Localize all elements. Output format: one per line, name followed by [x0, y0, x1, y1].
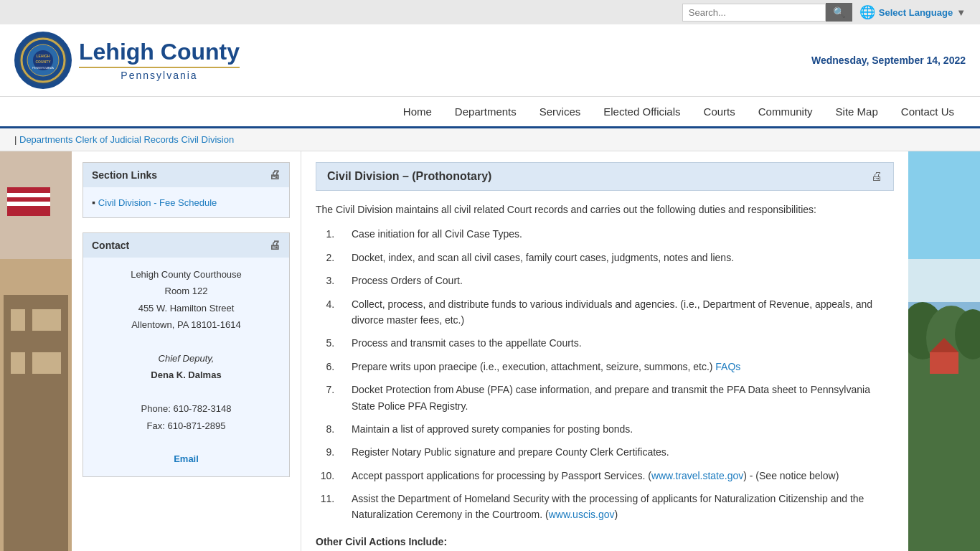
list-item: Register Notary Public signature and pre…	[337, 444, 894, 460]
list-item: Assist the Department of Homeland Securi…	[337, 491, 894, 523]
nav-item-services[interactable]: Services	[528, 97, 593, 126]
svg-rect-16	[32, 352, 47, 374]
svg-rect-25	[908, 259, 980, 302]
section-links-list: Civil Division - Fee Schedule	[92, 194, 281, 210]
svg-rect-14	[47, 309, 61, 331]
other-actions-label: Other Civil Actions Include:	[316, 534, 894, 550]
phone-label: Phone:	[141, 403, 171, 414]
logo-text: Lehigh County Pennsylvania	[79, 39, 240, 80]
svg-rect-11	[4, 295, 68, 551]
section-links-print-icon[interactable]: 🖨	[269, 169, 281, 182]
section-links-body: Civil Division - Fee Schedule	[83, 187, 289, 217]
list-item: Case initiation for all Civil Case Types…	[337, 226, 894, 242]
nav-link-home[interactable]: Home	[392, 97, 443, 126]
right-sidebar-photo	[908, 151, 980, 551]
section-links-box: Section Links 🖨 Civil Division - Fee Sch…	[83, 162, 290, 218]
svg-text:LEHIGH: LEHIGH	[36, 54, 50, 58]
travel-state-link[interactable]: www.travel.state.gov	[651, 470, 743, 481]
search-container: 🔍	[682, 3, 852, 22]
nav-link-services[interactable]: Services	[528, 97, 593, 126]
svg-rect-17	[47, 352, 61, 374]
duty-6-text: Prepare writs upon praecipe (i.e., execu…	[352, 361, 715, 372]
nav-item-contact-us[interactable]: Contact Us	[890, 97, 966, 126]
main-content: Civil Division – (Prothonotary) 🖨 The Ci…	[301, 151, 908, 551]
nav-item-site-map[interactable]: Site Map	[824, 97, 890, 126]
nav-link-elected-officials[interactable]: Elected Officials	[592, 97, 692, 126]
list-item: Process and transmit cases to the appell…	[337, 335, 894, 351]
nav-link-contact-us[interactable]: Contact Us	[890, 97, 966, 126]
logo-seal: LEHIGH COUNTY PENNSYLVANIA	[14, 32, 72, 89]
svg-rect-9	[7, 193, 50, 197]
search-button[interactable]: 🔍	[826, 3, 852, 22]
page-header: LEHIGH COUNTY PENNSYLVANIA Lehigh County…	[0, 24, 980, 97]
section-links-title: Section Links	[92, 169, 157, 181]
nav-item-elected-officials[interactable]: Elected Officials	[592, 97, 692, 126]
seal-inner: LEHIGH COUNTY PENNSYLVANIA	[18, 35, 68, 85]
top-bar: 🔍 🌐 Select Language ▼	[0, 0, 980, 24]
left-panel: Section Links 🖨 Civil Division - Fee Sch…	[72, 151, 301, 551]
contact-box: Contact 🖨 Lehigh County Courthouse Room …	[83, 232, 290, 477]
svg-rect-15	[11, 352, 25, 374]
svg-rect-10	[7, 202, 50, 206]
contact-body: Lehigh County Courthouse Room 122 455 W.…	[83, 258, 289, 476]
section-links-header: Section Links 🖨	[83, 163, 289, 187]
main-nav: Home Departments Services Elected Offici…	[0, 97, 980, 128]
svg-text:COUNTY: COUNTY	[35, 60, 51, 64]
contact-print-icon[interactable]: 🖨	[269, 239, 281, 252]
language-selector[interactable]: 🌐 Select Language ▼	[859, 4, 966, 20]
address-line4: Allentown, PA 18101-1614	[92, 316, 281, 333]
chief-deputy-name: Dena K. Dalmas	[92, 367, 281, 383]
nav-item-home[interactable]: Home	[392, 97, 443, 126]
nav-link-site-map[interactable]: Site Map	[824, 97, 890, 126]
nav-link-courts[interactable]: Courts	[692, 97, 747, 126]
uscis-link[interactable]: www.uscis.gov	[549, 509, 615, 520]
list-item: Maintain a list of approved surety compa…	[337, 421, 894, 437]
breadcrumb: | Departments Clerk of Judicial Records …	[0, 128, 980, 151]
language-arrow-icon: ▼	[956, 7, 966, 18]
list-item: Process Orders of Court.	[337, 273, 894, 288]
fax-info: Fax: 610-871-2895	[92, 418, 281, 434]
svg-rect-26	[930, 352, 958, 374]
contact-title: Contact	[92, 240, 129, 251]
header-right: Wednesday, September 14, 2022	[811, 55, 966, 66]
language-label: Select Language	[879, 7, 953, 18]
nav-item-courts[interactable]: Courts	[692, 97, 747, 126]
breadcrumb-clerk[interactable]: Clerk of Judicial Records	[75, 134, 179, 145]
svg-text:PENNSYLVANIA: PENNSYLVANIA	[32, 66, 53, 70]
nav-item-departments[interactable]: Departments	[443, 97, 528, 126]
content-intro: The Civil Division maintains all civil r…	[316, 202, 894, 217]
svg-rect-12	[11, 309, 25, 331]
faqs-link[interactable]: FAQs	[715, 361, 740, 372]
search-input[interactable]	[682, 4, 826, 22]
left-sidebar-photo	[0, 151, 72, 551]
email-link[interactable]: Email	[174, 453, 199, 464]
fax-label: Fax:	[147, 420, 165, 431]
globe-icon: 🌐	[859, 4, 875, 20]
list-item: Docket, index, and scan all civil cases,…	[337, 250, 894, 265]
sidebar-building-image	[0, 151, 72, 551]
nav-item-community[interactable]: Community	[747, 97, 824, 126]
list-item: Collect, process, and distribute funds t…	[337, 296, 894, 329]
list-item: Docket Protection from Abuse (PFA) case …	[337, 382, 894, 414]
breadcrumb-civil-division[interactable]: Civil Division	[181, 134, 234, 145]
address-line3: 455 W. Hamilton Street	[92, 300, 281, 316]
contact-header: Contact 🖨	[83, 233, 289, 258]
content-print-icon[interactable]: 🖨	[871, 170, 882, 183]
nav-list: Home Departments Services Elected Offici…	[392, 97, 966, 126]
list-item: Prepare writs upon praecipe (i.e., execu…	[337, 359, 894, 375]
content-area: Section Links 🖨 Civil Division - Fee Sch…	[72, 151, 908, 551]
duty-11-suffix: )	[614, 509, 618, 520]
county-name: Lehigh County	[79, 39, 240, 65]
duty-10-text: Accept passport applications for process…	[352, 470, 651, 481]
address-line2: Room 122	[92, 283, 281, 299]
content-header: Civil Division – (Prothonotary) 🖨	[316, 162, 894, 191]
content-title: Civil Division – (Prothonotary)	[327, 170, 491, 183]
duty-10-suffix: ) - (See notice below)	[743, 470, 839, 481]
logo-area: LEHIGH COUNTY PENNSYLVANIA Lehigh County…	[14, 32, 240, 89]
content-body: The Civil Division maintains all civil r…	[316, 202, 894, 550]
nav-link-departments[interactable]: Departments	[443, 97, 528, 126]
phone-info: Phone: 610-782-3148	[92, 400, 281, 417]
fee-schedule-link[interactable]: Civil Division - Fee Schedule	[98, 197, 217, 208]
nav-link-community[interactable]: Community	[747, 97, 824, 126]
breadcrumb-departments[interactable]: Departments	[19, 134, 72, 145]
